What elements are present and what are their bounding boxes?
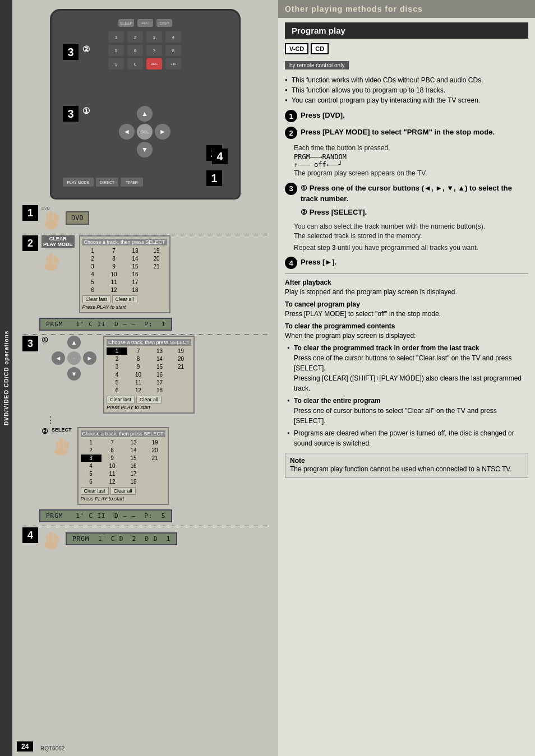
- cd-badge: CD: [311, 43, 329, 54]
- svg-rect-12: [59, 438, 63, 448]
- press-play-text-3a: Press PLAY to start: [107, 405, 191, 410]
- track-cell: 8: [128, 355, 149, 363]
- hand-icon-select: [52, 434, 71, 456]
- step-4-circle: 4: [285, 257, 297, 269]
- step-2-prgm: PRGM——→RANDOM ↑——— off←——┘: [294, 153, 535, 169]
- select-center[interactable]: ·: [67, 351, 81, 365]
- track-cell: 19: [146, 247, 167, 254]
- page-header: Other playing methods for discs: [278, 0, 535, 18]
- sidebar-tab: DVD/VIDEO CD/CD operations: [0, 0, 12, 756]
- track-cell: 16: [123, 462, 144, 470]
- press-play-text-2: Press PLAY to start: [82, 304, 167, 310]
- track-cell: 2: [107, 355, 127, 363]
- svg-point-11: [54, 448, 68, 456]
- track-cell: 9: [102, 454, 123, 462]
- clear-all-btn-2[interactable]: Clear all: [112, 295, 137, 303]
- after-playback-title: After playback: [285, 279, 528, 286]
- intro-bullets: This function works with video CDs witho…: [285, 75, 528, 105]
- track-cell: 16: [125, 271, 146, 278]
- step-3-sub2-row: ② Press [SELECT].: [301, 207, 528, 218]
- track-cell: 3: [107, 363, 127, 370]
- svg-rect-17: [49, 532, 53, 542]
- up-arrow[interactable]: ▲: [67, 336, 81, 349]
- track-cell: [145, 478, 165, 485]
- svg-rect-15: [66, 442, 69, 449]
- clear-intro: When the program play screen is displaye…: [285, 331, 528, 341]
- track-cell: 5: [107, 379, 127, 386]
- step-2-sub3: ↑——— off←——┘: [294, 161, 343, 169]
- track-cell: [145, 470, 165, 477]
- step-2-text: Press [PLAY MODE] to select "PRGM" in th…: [301, 127, 495, 138]
- track-cell: 9: [104, 263, 124, 270]
- clear-last-btn-2[interactable]: Clear last: [82, 295, 110, 303]
- track-cell: 13: [149, 347, 170, 355]
- svg-rect-4: [56, 215, 59, 222]
- track-cell: 14: [149, 355, 170, 363]
- track-panel-3a: Choose a track, then press SELECT 1 7 13…: [103, 336, 195, 414]
- track-cell: 11: [128, 379, 149, 386]
- track-cell: 12: [102, 478, 123, 485]
- track-cell: 15: [149, 363, 170, 370]
- track-cell: 19: [145, 439, 165, 446]
- track-cell: [146, 286, 167, 294]
- track-cell: [145, 462, 165, 470]
- svg-rect-18: [46, 535, 49, 542]
- hand-icon-2: [41, 249, 61, 271]
- clear-bullet-3: Programs are cleared when the power is t…: [287, 428, 528, 448]
- track-cell: 14: [123, 447, 144, 454]
- track-cell: 18: [125, 286, 146, 294]
- left-step-4: 4 PRGM 1' C D 2 D D 1: [22, 527, 274, 550]
- right-arrow[interactable]: ►: [83, 351, 96, 365]
- step-3-sub1-row: ① Press one of the cursor buttons (◄, ►,…: [301, 183, 528, 205]
- step-3-text1: Press one of the cursor buttons (◄, ►, ▼…: [301, 184, 512, 203]
- step-3-row: 3 ① Press one of the cursor buttons (◄, …: [285, 183, 528, 218]
- track-cell: 17: [149, 379, 170, 386]
- track-cell: 3: [82, 263, 103, 270]
- track-cell: 4: [82, 271, 103, 278]
- step-2-label: Press [PLAY MODE] to select "PRGM" in th…: [301, 128, 495, 136]
- clear-buttons-3a: Clear last Clear all: [107, 396, 191, 403]
- svg-point-16: [44, 541, 58, 549]
- step-3-sub1: You can also select the track number wit…: [294, 222, 535, 231]
- left-arrow[interactable]: ◄: [52, 351, 65, 365]
- track-cell: 17: [123, 470, 144, 477]
- track-cell: 14: [125, 255, 146, 262]
- svg-rect-13: [56, 441, 59, 448]
- track-cell: 6: [82, 286, 103, 294]
- vcd-badge: V-CD: [285, 43, 308, 54]
- step-4-label: Press [►].: [301, 258, 336, 266]
- note-text: The program play function cannot be used…: [290, 465, 523, 474]
- press-play-text-3b: Press PLAY to start: [81, 496, 165, 502]
- track-cell: 4: [81, 462, 102, 470]
- track-cell: 21: [146, 263, 167, 270]
- track-cell: [146, 271, 167, 278]
- step-2-circle: 2: [285, 127, 297, 139]
- svg-rect-9: [53, 255, 56, 263]
- step-3-number: 3: [22, 336, 38, 351]
- clear-last-btn-3b[interactable]: Clear last: [81, 487, 109, 495]
- track-cell: 15: [125, 263, 146, 270]
- note-box: Note The program play function cannot be…: [285, 453, 528, 478]
- track-cell: 18: [123, 478, 144, 485]
- step-3-repeat: Repeat step 3 until you have programmed …: [294, 243, 535, 253]
- bullet-3: You can control program play by interact…: [285, 95, 528, 105]
- clear-all-btn-3b[interactable]: Clear all: [110, 487, 136, 495]
- step-4-text: Press [►].: [301, 257, 336, 268]
- note-title: Note: [290, 457, 523, 465]
- svg-rect-10: [56, 257, 59, 264]
- clear-last-btn-3a[interactable]: Clear last: [107, 396, 135, 403]
- clear-all-btn-3a[interactable]: Clear all: [136, 396, 162, 403]
- track-grid-3a: 1 7 13 19 2 8 14 20 3 9 15 21 4: [107, 347, 191, 394]
- track-cell: 1: [82, 247, 103, 254]
- left-step-2: 2 CLEARPLAY MODE Choose a track, then pr…: [22, 235, 274, 313]
- track-grid-2: 1 7 13 19 2 8 14 20 3 9 15 21 4: [82, 247, 167, 294]
- svg-rect-20: [56, 536, 59, 542]
- badge-row: V-CD CD: [285, 43, 528, 54]
- page-number: 24: [17, 741, 33, 752]
- prgm-display-2: PRGM 1' C II D — — P: 5: [39, 509, 172, 522]
- track-cell: 10: [104, 271, 124, 278]
- step-2-number: 2: [22, 235, 38, 251]
- down-arrow[interactable]: ▼: [67, 367, 81, 381]
- track-cell: [146, 279, 167, 286]
- track-cell: 12: [104, 286, 124, 294]
